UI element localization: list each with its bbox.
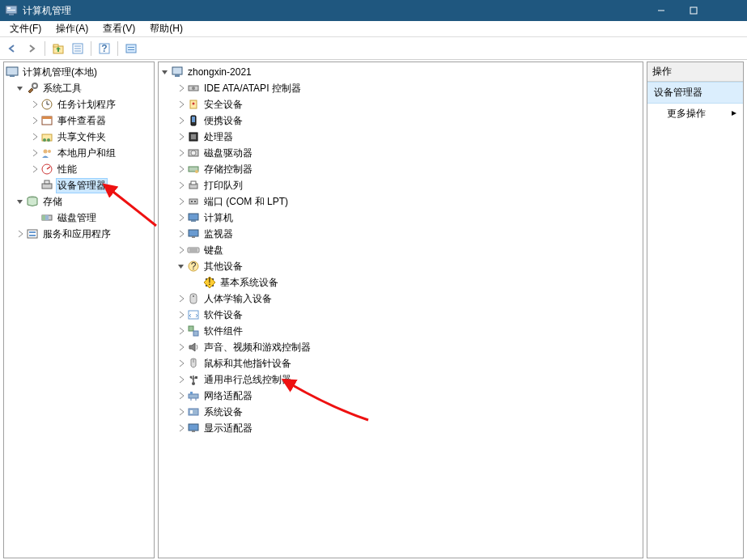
tree-root[interactable]: 计算机管理(本地) bbox=[4, 64, 154, 80]
maximize-button[interactable] bbox=[677, 0, 710, 21]
svg-rect-32 bbox=[42, 184, 52, 189]
tree-shared-folders[interactable]: 共享文件夹 bbox=[4, 129, 154, 145]
tree-label: 通用串行总线控制器 bbox=[202, 372, 293, 388]
tree-label: 性能 bbox=[56, 162, 79, 177]
device-category-usb[interactable]: 通用串行总线控制器 bbox=[159, 371, 643, 388]
expand-icon[interactable] bbox=[176, 213, 186, 223]
device-category-ports[interactable]: 端口 (COM 和 LPT) bbox=[159, 193, 643, 210]
menu-view[interactable]: 查看(V) bbox=[96, 20, 142, 37]
tree-event-viewer[interactable]: 事件查看器 bbox=[4, 112, 154, 129]
expand-icon[interactable] bbox=[176, 197, 186, 206]
svg-rect-41 bbox=[172, 67, 182, 74]
device-category-computer[interactable]: 计算机 bbox=[159, 210, 643, 226]
device-tree-root[interactable]: zhongxin-2021 bbox=[159, 64, 643, 80]
expand-icon[interactable] bbox=[176, 391, 186, 401]
expand-icon[interactable] bbox=[176, 245, 186, 255]
collapse-icon[interactable] bbox=[15, 197, 25, 206]
device-category-other[interactable]: ?其他设备 bbox=[159, 258, 643, 274]
expand-icon[interactable] bbox=[176, 423, 186, 433]
device-category-software_comp[interactable]: 软件组件 bbox=[159, 323, 643, 339]
device-category-network[interactable]: 网络适配器 bbox=[159, 388, 643, 404]
device-category-storage_ctrl[interactable]: 存储控制器 bbox=[159, 161, 643, 177]
computer-icon bbox=[171, 66, 184, 78]
twisty-empty bbox=[193, 278, 202, 287]
title-bar: 计算机管理 bbox=[0, 0, 747, 21]
toolbar-up-icon[interactable] bbox=[49, 40, 67, 57]
expand-icon[interactable] bbox=[176, 342, 186, 352]
tree-device-manager[interactable]: 设备管理器 bbox=[4, 177, 154, 193]
collapse-icon[interactable] bbox=[160, 67, 170, 77]
device-category-keyboard[interactable]: 键盘 bbox=[159, 242, 643, 258]
device-category-security[interactable]: 安全设备 bbox=[159, 96, 643, 112]
device-category-ide[interactable]: IDE ATA/ATAPI 控制器 bbox=[159, 80, 643, 96]
menu-action[interactable]: 操作(A) bbox=[49, 20, 95, 37]
device-category-disk[interactable]: 磁盘驱动器 bbox=[159, 145, 643, 161]
toolbar-refresh-icon[interactable] bbox=[122, 40, 140, 57]
expand-icon[interactable] bbox=[176, 326, 186, 336]
toolbar: ? bbox=[0, 37, 747, 60]
actions-panel: 操作 设备管理器 更多操作 ▸ bbox=[647, 62, 744, 558]
tree-local-users[interactable]: 本地用户和组 bbox=[4, 145, 154, 161]
expand-icon[interactable] bbox=[15, 229, 25, 239]
collapse-icon[interactable] bbox=[15, 83, 25, 93]
expand-icon[interactable] bbox=[176, 83, 186, 93]
storage-icon bbox=[26, 195, 39, 208]
expand-icon[interactable] bbox=[30, 116, 40, 125]
tree-label: 存储 bbox=[41, 194, 64, 210]
device-item-base-system[interactable]: !基本系统设备 bbox=[159, 274, 643, 291]
device-category-print_queue[interactable]: 打印队列 bbox=[159, 177, 643, 193]
svg-rect-33 bbox=[45, 180, 49, 184]
expand-icon[interactable] bbox=[176, 132, 186, 142]
actions-more[interactable]: 更多操作 ▸ bbox=[647, 104, 743, 124]
other-icon: ? bbox=[187, 260, 200, 273]
toolbar-properties-icon[interactable] bbox=[69, 40, 87, 57]
expand-icon[interactable] bbox=[30, 100, 40, 109]
device-category-software_dev[interactable]: 软件设备 bbox=[159, 307, 643, 323]
expand-icon[interactable] bbox=[176, 407, 186, 417]
device-category-hid[interactable]: 人体学输入设备 bbox=[159, 291, 643, 307]
tree-system-tools[interactable]: 系统工具 bbox=[4, 80, 154, 96]
device-category-monitor[interactable]: 监视器 bbox=[159, 226, 643, 242]
device-category-audio[interactable]: 声音、视频和游戏控制器 bbox=[159, 339, 643, 355]
toolbar-help-icon[interactable]: ? bbox=[95, 40, 113, 57]
actions-context[interactable]: 设备管理器 bbox=[647, 82, 743, 104]
device-category-system_dev[interactable]: 系统设备 bbox=[159, 404, 643, 420]
minimize-button[interactable] bbox=[645, 0, 677, 21]
expand-icon[interactable] bbox=[176, 100, 186, 109]
svg-point-77 bbox=[192, 382, 195, 385]
expand-icon[interactable] bbox=[176, 180, 186, 190]
svg-point-28 bbox=[44, 150, 48, 154]
clock-icon bbox=[40, 98, 53, 111]
expand-icon[interactable] bbox=[176, 229, 186, 239]
menu-help[interactable]: 帮助(H) bbox=[143, 20, 189, 37]
storage_ctrl-icon bbox=[187, 163, 200, 176]
window-title: 计算机管理 bbox=[23, 4, 645, 18]
back-button[interactable] bbox=[3, 40, 21, 57]
expand-icon[interactable] bbox=[176, 294, 186, 303]
tree-task-scheduler[interactable]: 任务计划程序 bbox=[4, 96, 154, 112]
device-category-mouse[interactable]: 鼠标和其他指针设备 bbox=[159, 355, 643, 371]
tree-services[interactable]: 服务和应用程序 bbox=[4, 226, 154, 242]
performance-icon bbox=[40, 163, 53, 176]
expand-icon[interactable] bbox=[176, 116, 186, 125]
menu-file[interactable]: 文件(F) bbox=[3, 20, 48, 37]
collapse-icon[interactable] bbox=[176, 261, 186, 271]
tree-label: 鼠标和其他指针设备 bbox=[202, 356, 293, 371]
expand-icon[interactable] bbox=[176, 310, 186, 320]
expand-icon[interactable] bbox=[30, 148, 40, 158]
expand-icon[interactable] bbox=[176, 148, 186, 158]
tree-performance[interactable]: 性能 bbox=[4, 161, 154, 177]
expand-icon[interactable] bbox=[30, 164, 40, 174]
tree-disk-mgmt[interactable]: 磁盘管理 bbox=[4, 210, 154, 226]
expand-icon[interactable] bbox=[176, 164, 186, 174]
tree-storage[interactable]: 存储 bbox=[4, 193, 154, 210]
device-category-processor[interactable]: 处理器 bbox=[159, 129, 643, 145]
svg-rect-50 bbox=[191, 134, 196, 139]
device-category-display[interactable]: 显示适配器 bbox=[159, 420, 643, 436]
svg-point-59 bbox=[194, 201, 196, 202]
forward-button[interactable] bbox=[23, 40, 40, 57]
expand-icon[interactable] bbox=[30, 132, 40, 142]
device-category-portable[interactable]: 便携设备 bbox=[159, 112, 643, 129]
expand-icon[interactable] bbox=[176, 358, 186, 368]
expand-icon[interactable] bbox=[176, 375, 186, 384]
